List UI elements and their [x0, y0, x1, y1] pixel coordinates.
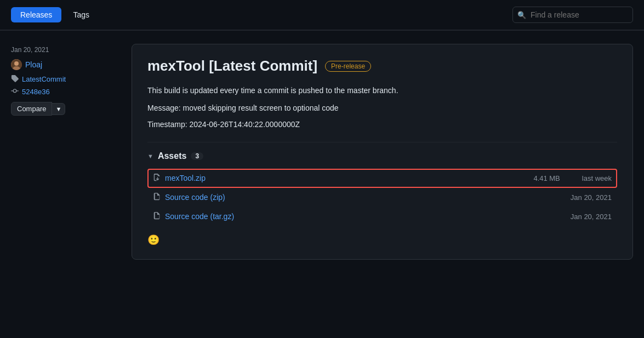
- asset-row-left: Source code (tar.gz): [153, 212, 234, 221]
- avatar: [11, 59, 22, 70]
- compare-main-button[interactable]: Compare: [11, 102, 52, 116]
- assets-divider: [147, 142, 617, 142]
- top-bar: Releases Tags 🔍: [0, 0, 644, 30]
- tag-icon: [11, 75, 19, 84]
- release-timestamp: Timestamp: 2024-06-26T14:40:22.0000000Z: [147, 120, 617, 129]
- tag-row: LatestCommit: [11, 75, 126, 84]
- assets-title: Assets: [158, 151, 186, 161]
- emoji-reaction-row[interactable]: 🙂: [147, 234, 617, 246]
- source-code-zip-icon: [153, 193, 161, 202]
- tab-group: Releases Tags: [11, 7, 99, 22]
- asset-link-source-zip[interactable]: Source code (zip): [165, 193, 225, 202]
- asset-meta: 4.41 MB last week: [533, 174, 612, 182]
- release-description: This build is updated every time a commi…: [147, 84, 617, 96]
- asset-date: Jan 20, 2021: [571, 193, 612, 202]
- author-name[interactable]: Ploaj: [25, 60, 42, 69]
- svg-point-1: [14, 61, 19, 66]
- tag-label[interactable]: LatestCommit: [22, 75, 66, 83]
- asset-size: 4.41 MB: [533, 174, 560, 182]
- asset-row-left: mexTool.zip: [153, 174, 206, 183]
- compare-btn: Compare ▼: [11, 102, 126, 116]
- asset-row: mexTool.zip 4.41 MB last week: [147, 169, 617, 188]
- asset-date: Jan 20, 2021: [571, 213, 612, 221]
- zip-file-icon: [153, 174, 161, 183]
- main-content: Jan 20, 2021 Ploaj LatestCommit: [0, 31, 644, 273]
- asset-row: Source code (tar.gz) Jan 20, 2021: [147, 207, 617, 226]
- search-box: 🔍: [512, 7, 633, 23]
- tab-tags[interactable]: Tags: [64, 7, 99, 22]
- release-title-row: mexTool [Latest Commit] Pre-release: [147, 58, 617, 75]
- asset-row: Source code (zip) Jan 20, 2021: [147, 188, 617, 207]
- commit-hash[interactable]: 5248e36: [22, 88, 50, 96]
- assets-header: ▼ Assets 3: [147, 151, 617, 161]
- compare-arrow-button[interactable]: ▼: [52, 103, 65, 115]
- commit-row: 5248e36: [11, 87, 126, 96]
- assets-count-badge: 3: [191, 152, 203, 160]
- asset-list: mexTool.zip 4.41 MB last week Source cod…: [147, 169, 617, 226]
- assets-toggle-icon[interactable]: ▼: [147, 153, 153, 159]
- author-row: Ploaj: [11, 59, 126, 70]
- release-card: mexTool [Latest Commit] Pre-release This…: [132, 44, 633, 260]
- asset-link-source-targz[interactable]: Source code (tar.gz): [165, 212, 234, 221]
- pre-release-badge: Pre-release: [325, 61, 371, 72]
- tab-releases[interactable]: Releases: [11, 7, 61, 22]
- search-input[interactable]: [512, 7, 633, 23]
- asset-row-left: Source code (zip): [153, 193, 225, 202]
- asset-date: last week: [582, 174, 612, 182]
- release-date: Jan 20, 2021: [11, 46, 126, 54]
- source-code-targz-icon: [153, 212, 161, 221]
- release-title: mexTool [Latest Commit]: [147, 58, 317, 75]
- commit-icon: [11, 87, 19, 96]
- release-sidebar: Jan 20, 2021 Ploaj LatestCommit: [11, 44, 126, 260]
- asset-link-mextool-zip[interactable]: mexTool.zip: [165, 174, 206, 182]
- release-message: Message: moved skipping result screen to…: [147, 102, 617, 114]
